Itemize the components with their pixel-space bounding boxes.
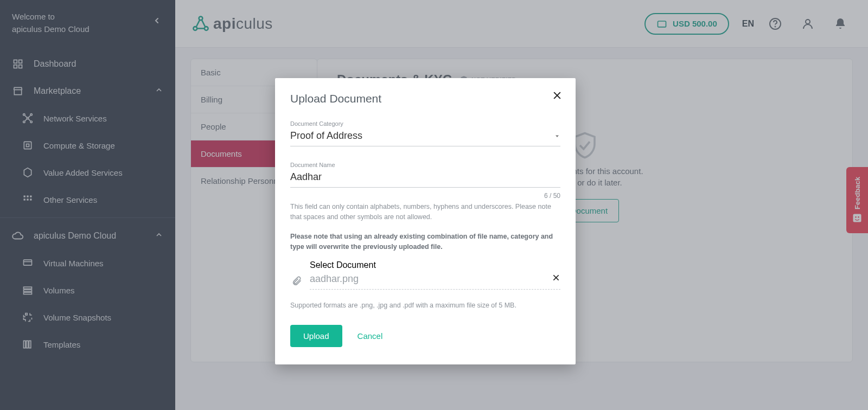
file-name: aadhar.png [310, 273, 359, 285]
modal-title: Upload Document [290, 92, 560, 105]
close-icon [552, 90, 563, 101]
file-row: Select Document aadhar.png [290, 260, 560, 290]
attach-file-button[interactable] [290, 274, 303, 290]
upload-document-modal: Upload Document Document Category Proof … [275, 78, 576, 364]
category-field[interactable]: Document Category Proof of Address [290, 120, 560, 146]
name-help-text: This field can only contain alphabets, n… [290, 202, 560, 223]
modal-close-button[interactable] [550, 88, 565, 103]
selected-file[interactable]: aadhar.png [310, 270, 560, 290]
modal-footer: Upload Cancel [290, 325, 560, 347]
document-name-field: Document Name 6 / 50 This field can only… [290, 162, 560, 253]
clear-file-button[interactable] [552, 273, 560, 285]
svg-marker-45 [556, 135, 559, 137]
dropdown-caret-icon [554, 133, 560, 139]
category-value: Proof of Address [290, 130, 362, 142]
char-counter: 6 / 50 [290, 192, 560, 200]
cancel-button[interactable]: Cancel [355, 325, 385, 347]
paperclip-icon [291, 274, 302, 287]
close-icon [552, 273, 560, 282]
document-name-input[interactable] [290, 168, 560, 188]
formats-help: Supported formats are .png, .jpg and .pd… [290, 300, 560, 311]
overwrite-warning: Please note that using an already existi… [290, 232, 560, 253]
category-label: Document Category [290, 120, 560, 127]
document-name-label: Document Name [290, 162, 560, 168]
select-document-label: Select Document [310, 260, 560, 270]
category-select[interactable]: Proof of Address [290, 127, 560, 146]
upload-button[interactable]: Upload [290, 325, 342, 347]
